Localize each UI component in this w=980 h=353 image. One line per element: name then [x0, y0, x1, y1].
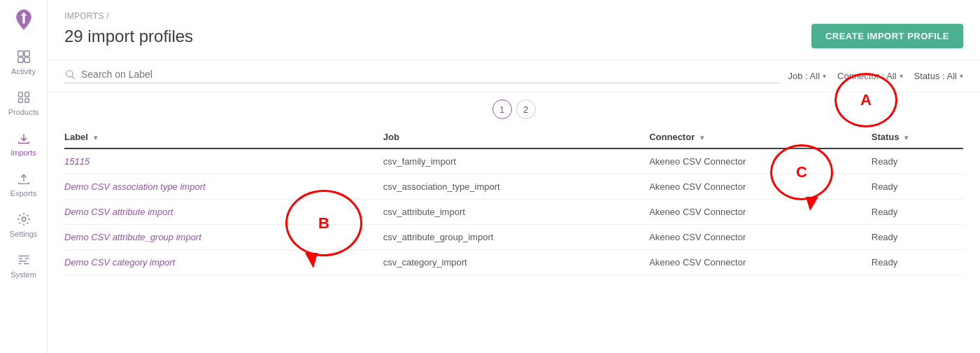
sidebar-label-products: Products	[8, 108, 38, 116]
sidebar: Activity Products Imports Exports	[0, 0, 48, 353]
page-1-button[interactable]: 1	[492, 99, 512, 119]
cell-connector: Akeneo CSV Connector	[649, 148, 872, 174]
filter-group: Job : All ▾ Connector : All ▾ Status : A…	[788, 71, 964, 81]
cell-status: Ready	[872, 225, 963, 250]
page-title: 29 import profiles	[64, 27, 193, 46]
svg-rect-5	[24, 92, 29, 97]
system-icon	[16, 252, 31, 268]
pagination: 1 2	[48, 92, 980, 126]
cell-job: csv_family_import	[383, 148, 649, 174]
search-wrapper	[64, 69, 780, 83]
cell-connector: Akeneo CSV Connector	[649, 200, 872, 225]
import-profile-link[interactable]: Demo CSV category import	[64, 257, 175, 268]
settings-icon	[16, 212, 31, 227]
connector-filter[interactable]: Connector : All ▾	[837, 71, 903, 81]
column-header-label[interactable]: Label ▾	[64, 126, 383, 148]
table-header-row: Label ▾ Job Connector ▾ Status ▾	[64, 126, 963, 148]
status-filter[interactable]: Status : All ▾	[914, 71, 963, 81]
breadcrumb: IMPORTS /	[64, 11, 963, 21]
search-icon	[64, 69, 76, 80]
table-row: Demo CSV association type import csv_ass…	[64, 174, 963, 200]
job-filter-chevron: ▾	[823, 72, 826, 80]
cell-label[interactable]: Demo CSV category import	[64, 250, 383, 275]
activity-icon	[16, 49, 31, 64]
cell-connector: Akeneo CSV Connector	[649, 174, 872, 200]
table-row: Demo CSV attribute import csv_attribute_…	[64, 200, 963, 225]
cell-connector: Akeneo CSV Connector	[649, 250, 872, 275]
search-input[interactable]	[81, 69, 780, 80]
connector-sort-icon: ▾	[700, 134, 704, 141]
svg-rect-4	[18, 92, 22, 97]
svg-point-17	[66, 71, 73, 77]
import-profile-link[interactable]: Demo CSV association type import	[64, 181, 206, 192]
sidebar-item-system[interactable]: System	[0, 245, 47, 286]
cell-job: csv_category_import	[383, 250, 649, 275]
table-row: 15115 csv_family_import Akeneo CSV Conne…	[64, 148, 963, 174]
import-profile-link[interactable]: Demo CSV attribute import	[64, 207, 173, 217]
sidebar-item-activity[interactable]: Activity	[0, 42, 47, 83]
create-import-profile-button[interactable]: CREATE IMPORT PROFILE	[811, 24, 963, 48]
cell-label[interactable]: Demo CSV attribute_group import	[64, 225, 383, 250]
status-filter-label: Status : All	[914, 71, 957, 81]
column-header-connector[interactable]: Connector ▾	[649, 126, 872, 148]
sidebar-item-imports[interactable]: Imports	[0, 123, 47, 164]
cell-status: Ready	[872, 174, 963, 200]
svg-rect-7	[24, 99, 29, 103]
column-header-status[interactable]: Status ▾	[872, 126, 963, 148]
exports-icon	[16, 171, 31, 186]
svg-line-18	[72, 76, 75, 79]
table-row: Demo CSV attribute_group import csv_attr…	[64, 225, 963, 250]
imports-icon	[16, 130, 31, 146]
table-row: Demo CSV category import csv_category_im…	[64, 250, 963, 275]
sidebar-item-products[interactable]: Products	[0, 83, 47, 123]
cell-job: csv_association_type_import	[383, 174, 649, 200]
job-filter-label: Job : All	[788, 71, 821, 81]
cell-status: Ready	[872, 148, 963, 174]
svg-rect-6	[18, 99, 22, 103]
cell-label[interactable]: Demo CSV association type import	[64, 174, 383, 200]
sidebar-item-settings[interactable]: Settings	[0, 205, 47, 245]
cell-job: csv_attribute_import	[383, 200, 649, 225]
table-wrapper: Label ▾ Job Connector ▾ Status ▾ 15115 c…	[48, 126, 980, 353]
cell-status: Ready	[872, 250, 963, 275]
toolbar: Job : All ▾ Connector : All ▾ Status : A…	[48, 60, 980, 92]
sidebar-label-activity: Activity	[11, 67, 36, 76]
svg-rect-0	[17, 51, 22, 56]
cell-label[interactable]: Demo CSV attribute import	[64, 200, 383, 225]
content-area: Job : All ▾ Connector : All ▾ Status : A…	[48, 60, 980, 353]
page-2-button[interactable]: 2	[516, 99, 536, 119]
connector-filter-label: Connector : All	[837, 71, 897, 81]
status-filter-chevron: ▾	[960, 72, 963, 80]
products-icon	[16, 90, 31, 105]
table-body: 15115 csv_family_import Akeneo CSV Conne…	[64, 148, 963, 275]
sidebar-label-imports: Imports	[10, 148, 36, 157]
svg-rect-3	[24, 57, 29, 62]
app-logo[interactable]	[10, 6, 38, 34]
sidebar-label-exports: Exports	[10, 189, 36, 198]
main-content: IMPORTS / 29 import profiles CREATE IMPO…	[48, 0, 980, 353]
svg-point-10	[22, 217, 26, 221]
job-filter[interactable]: Job : All ▾	[788, 71, 827, 81]
cell-job: csv_attribute_group_import	[383, 225, 649, 250]
cell-label[interactable]: 15115	[64, 148, 383, 174]
cell-connector: Akeneo CSV Connector	[649, 225, 872, 250]
svg-rect-2	[17, 57, 22, 62]
svg-rect-1	[24, 51, 29, 56]
sidebar-label-system: System	[10, 270, 36, 279]
sidebar-label-settings: Settings	[10, 230, 38, 238]
import-profiles-table: Label ▾ Job Connector ▾ Status ▾ 15115 c…	[64, 126, 963, 275]
cell-status: Ready	[872, 200, 963, 225]
sidebar-item-exports[interactable]: Exports	[0, 164, 47, 205]
status-sort-icon: ▾	[904, 134, 908, 141]
page-header: IMPORTS / 29 import profiles CREATE IMPO…	[48, 0, 980, 60]
import-profile-link[interactable]: 15115	[64, 156, 90, 167]
import-profile-link[interactable]: Demo CSV attribute_group import	[64, 232, 201, 242]
label-sort-icon: ▾	[94, 134, 97, 141]
connector-filter-chevron: ▾	[900, 72, 903, 80]
column-header-job: Job	[383, 126, 649, 148]
